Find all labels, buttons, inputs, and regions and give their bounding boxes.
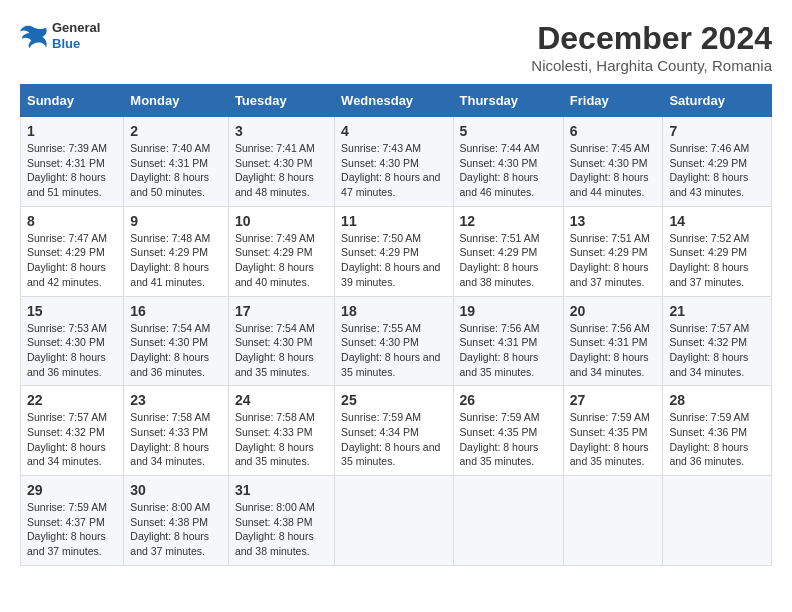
col-sunday: Sunday <box>21 85 124 117</box>
day-number: 13 <box>570 213 657 229</box>
calendar-cell: 1 Sunrise: 7:39 AMSunset: 4:31 PMDayligh… <box>21 117 124 207</box>
header-row: Sunday Monday Tuesday Wednesday Thursday… <box>21 85 772 117</box>
cell-info: Sunrise: 7:41 AMSunset: 4:30 PMDaylight:… <box>235 142 315 198</box>
day-number: 20 <box>570 303 657 319</box>
day-number: 10 <box>235 213 328 229</box>
calendar-cell: 15 Sunrise: 7:53 AMSunset: 4:30 PMDaylig… <box>21 296 124 386</box>
col-monday: Monday <box>124 85 229 117</box>
col-friday: Friday <box>563 85 663 117</box>
cell-info: Sunrise: 7:51 AMSunset: 4:29 PMDaylight:… <box>570 232 650 288</box>
day-number: 25 <box>341 392 446 408</box>
cell-info: Sunrise: 7:56 AMSunset: 4:31 PMDaylight:… <box>460 322 540 378</box>
week-row-2: 8 Sunrise: 7:47 AMSunset: 4:29 PMDayligh… <box>21 206 772 296</box>
calendar-body: 1 Sunrise: 7:39 AMSunset: 4:31 PMDayligh… <box>21 117 772 566</box>
logo: General Blue <box>20 20 100 51</box>
cell-info: Sunrise: 7:56 AMSunset: 4:31 PMDaylight:… <box>570 322 650 378</box>
calendar-cell: 23 Sunrise: 7:58 AMSunset: 4:33 PMDaylig… <box>124 386 229 476</box>
week-row-4: 22 Sunrise: 7:57 AMSunset: 4:32 PMDaylig… <box>21 386 772 476</box>
cell-info: Sunrise: 7:57 AMSunset: 4:32 PMDaylight:… <box>27 411 107 467</box>
header: General Blue December 2024 Nicolesti, Ha… <box>20 20 772 74</box>
day-number: 7 <box>669 123 765 139</box>
cell-info: Sunrise: 7:44 AMSunset: 4:30 PMDaylight:… <box>460 142 540 198</box>
cell-info: Sunrise: 7:58 AMSunset: 4:33 PMDaylight:… <box>235 411 315 467</box>
day-number: 27 <box>570 392 657 408</box>
week-row-1: 1 Sunrise: 7:39 AMSunset: 4:31 PMDayligh… <box>21 117 772 207</box>
cell-info: Sunrise: 7:59 AMSunset: 4:34 PMDaylight:… <box>341 411 440 467</box>
cell-info: Sunrise: 7:59 AMSunset: 4:36 PMDaylight:… <box>669 411 749 467</box>
day-number: 2 <box>130 123 222 139</box>
calendar-cell: 22 Sunrise: 7:57 AMSunset: 4:32 PMDaylig… <box>21 386 124 476</box>
calendar-cell: 18 Sunrise: 7:55 AMSunset: 4:30 PMDaylig… <box>335 296 453 386</box>
day-number: 31 <box>235 482 328 498</box>
calendar-cell: 26 Sunrise: 7:59 AMSunset: 4:35 PMDaylig… <box>453 386 563 476</box>
day-number: 8 <box>27 213 117 229</box>
cell-info: Sunrise: 7:55 AMSunset: 4:30 PMDaylight:… <box>341 322 440 378</box>
calendar-cell: 14 Sunrise: 7:52 AMSunset: 4:29 PMDaylig… <box>663 206 772 296</box>
day-number: 9 <box>130 213 222 229</box>
day-number: 22 <box>27 392 117 408</box>
calendar-cell: 21 Sunrise: 7:57 AMSunset: 4:32 PMDaylig… <box>663 296 772 386</box>
cell-info: Sunrise: 7:58 AMSunset: 4:33 PMDaylight:… <box>130 411 210 467</box>
day-number: 23 <box>130 392 222 408</box>
day-number: 29 <box>27 482 117 498</box>
day-number: 17 <box>235 303 328 319</box>
calendar-cell: 8 Sunrise: 7:47 AMSunset: 4:29 PMDayligh… <box>21 206 124 296</box>
col-thursday: Thursday <box>453 85 563 117</box>
calendar-cell: 24 Sunrise: 7:58 AMSunset: 4:33 PMDaylig… <box>228 386 334 476</box>
cell-info: Sunrise: 7:49 AMSunset: 4:29 PMDaylight:… <box>235 232 315 288</box>
calendar-table: Sunday Monday Tuesday Wednesday Thursday… <box>20 84 772 566</box>
day-number: 24 <box>235 392 328 408</box>
calendar-cell <box>663 476 772 566</box>
cell-info: Sunrise: 7:48 AMSunset: 4:29 PMDaylight:… <box>130 232 210 288</box>
day-number: 5 <box>460 123 557 139</box>
day-number: 19 <box>460 303 557 319</box>
calendar-cell: 19 Sunrise: 7:56 AMSunset: 4:31 PMDaylig… <box>453 296 563 386</box>
logo-icon <box>20 24 48 48</box>
week-row-3: 15 Sunrise: 7:53 AMSunset: 4:30 PMDaylig… <box>21 296 772 386</box>
day-number: 28 <box>669 392 765 408</box>
cell-info: Sunrise: 7:53 AMSunset: 4:30 PMDaylight:… <box>27 322 107 378</box>
cell-info: Sunrise: 7:43 AMSunset: 4:30 PMDaylight:… <box>341 142 440 198</box>
calendar-cell: 7 Sunrise: 7:46 AMSunset: 4:29 PMDayligh… <box>663 117 772 207</box>
cell-info: Sunrise: 7:45 AMSunset: 4:30 PMDaylight:… <box>570 142 650 198</box>
calendar-cell: 4 Sunrise: 7:43 AMSunset: 4:30 PMDayligh… <box>335 117 453 207</box>
title-section: December 2024 Nicolesti, Harghita County… <box>531 20 772 74</box>
calendar-cell: 31 Sunrise: 8:00 AMSunset: 4:38 PMDaylig… <box>228 476 334 566</box>
cell-info: Sunrise: 7:59 AMSunset: 4:37 PMDaylight:… <box>27 501 107 557</box>
calendar-cell: 3 Sunrise: 7:41 AMSunset: 4:30 PMDayligh… <box>228 117 334 207</box>
cell-info: Sunrise: 8:00 AMSunset: 4:38 PMDaylight:… <box>235 501 315 557</box>
day-number: 6 <box>570 123 657 139</box>
col-tuesday: Tuesday <box>228 85 334 117</box>
cell-info: Sunrise: 7:51 AMSunset: 4:29 PMDaylight:… <box>460 232 540 288</box>
cell-info: Sunrise: 7:52 AMSunset: 4:29 PMDaylight:… <box>669 232 749 288</box>
col-saturday: Saturday <box>663 85 772 117</box>
day-number: 14 <box>669 213 765 229</box>
cell-info: Sunrise: 7:57 AMSunset: 4:32 PMDaylight:… <box>669 322 749 378</box>
calendar-subtitle: Nicolesti, Harghita County, Romania <box>531 57 772 74</box>
calendar-cell: 17 Sunrise: 7:54 AMSunset: 4:30 PMDaylig… <box>228 296 334 386</box>
day-number: 1 <box>27 123 117 139</box>
calendar-header: Sunday Monday Tuesday Wednesday Thursday… <box>21 85 772 117</box>
calendar-cell <box>563 476 663 566</box>
day-number: 3 <box>235 123 328 139</box>
calendar-cell: 30 Sunrise: 8:00 AMSunset: 4:38 PMDaylig… <box>124 476 229 566</box>
week-row-5: 29 Sunrise: 7:59 AMSunset: 4:37 PMDaylig… <box>21 476 772 566</box>
logo-text: General Blue <box>52 20 100 51</box>
cell-info: Sunrise: 7:59 AMSunset: 4:35 PMDaylight:… <box>570 411 650 467</box>
day-number: 30 <box>130 482 222 498</box>
cell-info: Sunrise: 7:50 AMSunset: 4:29 PMDaylight:… <box>341 232 440 288</box>
day-number: 4 <box>341 123 446 139</box>
calendar-cell: 10 Sunrise: 7:49 AMSunset: 4:29 PMDaylig… <box>228 206 334 296</box>
cell-info: Sunrise: 7:39 AMSunset: 4:31 PMDaylight:… <box>27 142 107 198</box>
cell-info: Sunrise: 7:59 AMSunset: 4:35 PMDaylight:… <box>460 411 540 467</box>
calendar-cell: 25 Sunrise: 7:59 AMSunset: 4:34 PMDaylig… <box>335 386 453 476</box>
calendar-cell: 20 Sunrise: 7:56 AMSunset: 4:31 PMDaylig… <box>563 296 663 386</box>
calendar-cell: 5 Sunrise: 7:44 AMSunset: 4:30 PMDayligh… <box>453 117 563 207</box>
calendar-cell: 6 Sunrise: 7:45 AMSunset: 4:30 PMDayligh… <box>563 117 663 207</box>
day-number: 15 <box>27 303 117 319</box>
calendar-cell <box>453 476 563 566</box>
cell-info: Sunrise: 7:46 AMSunset: 4:29 PMDaylight:… <box>669 142 749 198</box>
cell-info: Sunrise: 8:00 AMSunset: 4:38 PMDaylight:… <box>130 501 210 557</box>
calendar-cell: 12 Sunrise: 7:51 AMSunset: 4:29 PMDaylig… <box>453 206 563 296</box>
calendar-cell <box>335 476 453 566</box>
